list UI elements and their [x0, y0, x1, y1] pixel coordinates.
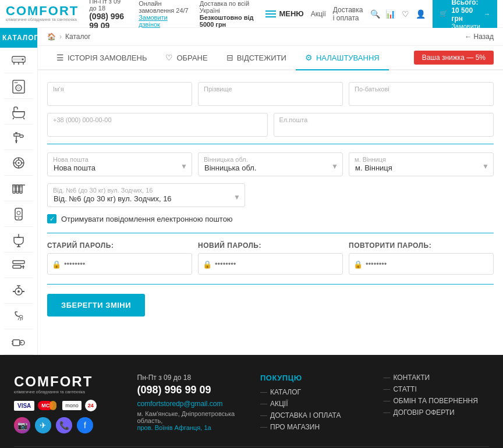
viber-icon[interactable]: 📞 — [56, 417, 72, 433]
footer-content: COMFORT кліматичне обладнання та сантехн… — [14, 374, 489, 435]
region-label: Вінницька обл. — [204, 156, 248, 163]
sidebar-item-bathtub[interactable] — [4, 99, 33, 125]
footer-link-articles[interactable]: СТАТТІ — [384, 385, 490, 393]
back-button[interactable]: ← Назад — [465, 33, 494, 41]
sidebar-item-boiler[interactable] — [4, 201, 33, 227]
breadcrumb-current: Каталог — [65, 33, 91, 41]
catalog-label: КАТАЛОГ — [2, 34, 38, 42]
footer-link-promo[interactable]: АКЦІЇ — [260, 400, 366, 408]
pay24-icon: 24 — [85, 400, 97, 411]
footer-logo-sub: кліматичне обладнання та сантехніка — [14, 390, 120, 394]
save-button[interactable]: ЗБЕРЕГТИ ЗМІНИ — [47, 294, 145, 317]
branch-group: Від. №6 (до 30 кг) вул. Зодчих, 16 Від. … — [47, 183, 245, 207]
breadcrumb-home[interactable]: 🏠 — [47, 33, 56, 41]
mastercard-icon: MC — [38, 401, 53, 410]
catalog-button[interactable]: КАТАЛОГ — [0, 28, 37, 48]
first-name-group: Ім'я — [47, 82, 192, 106]
pipes-icon — [10, 257, 27, 273]
shower-icon — [10, 308, 27, 325]
footer-payments: VISA MC mono 24 — [14, 400, 120, 411]
footer-email[interactable]: comfortstoredp@gmail.com — [137, 400, 243, 408]
settings-form: Ім'я Прізвище По-батькові +38 (000) 000-… — [38, 70, 503, 328]
mono-icon: mono — [62, 401, 82, 410]
sidebar-item-valve[interactable] — [4, 278, 33, 304]
first-name-input[interactable] — [47, 82, 192, 106]
main-layout: КАТАЛОГ — [0, 28, 503, 355]
sidebar-item-ac[interactable] — [4, 48, 33, 73]
menu-button[interactable]: МЕНЮ — [265, 9, 303, 18]
svg-point-7 — [16, 85, 22, 91]
delivery-free: Безкоштовно від 5000 грн — [200, 14, 256, 28]
valve-icon — [10, 283, 27, 299]
tab-track[interactable]: ⊟ ВІДСТЕЖИТИ — [217, 46, 296, 70]
footer-link-about[interactable]: ПРО МАГАЗИН — [260, 423, 366, 431]
sidebar-item-filter[interactable] — [4, 150, 33, 176]
new-password-input[interactable] — [198, 253, 343, 275]
main-content: 🏠 › Каталог ← Назад ☰ ІСТОРІЯ ЗАМОВЛЕНЬ … — [38, 28, 503, 355]
breadcrumb-separator: › — [59, 33, 62, 41]
confirm-password-wrap: 🔒 — [349, 253, 494, 275]
svg-point-35 — [18, 218, 19, 219]
history-tab-icon: ☰ — [56, 53, 64, 62]
promo-link[interactable]: Акції — [311, 10, 326, 18]
telegram-icon[interactable]: ✈ — [35, 417, 51, 433]
boiler-icon — [10, 206, 27, 222]
callback-link[interactable]: Замовити дзвінок — [139, 14, 189, 28]
stats-icon[interactable]: 📊 — [385, 9, 395, 19]
wishlist-icon[interactable]: ♡ — [400, 9, 410, 19]
account-icon[interactable]: 👤 — [415, 9, 426, 19]
svg-line-11 — [13, 118, 14, 119]
sidebar-item-radiator[interactable] — [4, 176, 33, 201]
footer-link-catalog[interactable]: КАТАЛОГ — [260, 388, 366, 396]
delivery-pay-link[interactable]: Доставка і оплата — [333, 6, 363, 22]
city-label: м. Вінниця — [355, 156, 386, 163]
delivery-label: Доставка по всій Україні — [200, 0, 256, 14]
notify-checkbox[interactable] — [47, 214, 56, 223]
sidebar-item-sink[interactable] — [4, 227, 33, 253]
pump-icon — [10, 334, 27, 350]
old-password-input[interactable] — [47, 253, 192, 275]
last-name-label: Прізвище — [204, 86, 232, 93]
sidebar-item-pipes[interactable] — [4, 253, 33, 278]
footer-logo-text: COMFORT — [14, 374, 120, 390]
instagram-icon[interactable]: 📷 — [14, 417, 30, 433]
confirm-password-label: ПОВТОРИТИ ПАРОЛЬ: — [349, 241, 494, 250]
old-password-wrap: 🔒 — [47, 253, 192, 275]
old-password-label: СТАРИЙ ПАРОЛЬ: — [47, 241, 192, 250]
sidebar-item-faucet[interactable] — [4, 125, 33, 150]
tab-settings[interactable]: ⚙ НАЛАШТУВАННЯ — [296, 46, 389, 70]
confirm-password-input[interactable] — [349, 253, 494, 275]
footer-link-delivery[interactable]: ДОСТАВКА І ОПЛАТА — [260, 411, 366, 419]
back-arrow-icon: ← — [465, 33, 472, 41]
old-password-icon: 🔒 — [52, 259, 61, 268]
logo-sub: кліматичне обладнання та сантехніка — [6, 17, 79, 22]
search-icon[interactable]: 🔍 — [370, 9, 380, 19]
sidebar-item-shower[interactable] — [4, 304, 33, 329]
delivery-service-group: Нова пошта Нова пошта ▼ — [47, 152, 192, 176]
contact-row: +38 (000) 000-00-00 Ел.пошта — [47, 113, 494, 137]
cart-total: Всього: 10 500 грн — [451, 0, 480, 23]
schedule-label: Пн-Пт з 09 до 18 — [89, 0, 128, 12]
tab-history[interactable]: ☰ ІСТОРІЯ ЗАМОВЛЕНЬ — [47, 46, 156, 70]
form-divider-1 — [47, 144, 494, 144]
logo[interactable]: COMFORT кліматичне обладнання та сантехн… — [6, 5, 79, 22]
footer-link-offer[interactable]: ДОГОВІР ОФЕРТИ — [384, 408, 490, 417]
radiator-icon — [10, 180, 27, 197]
footer-shopping-col: ПОКУПЦЮ КАТАЛОГ АКЦІЇ ДОСТАВКА І ОПЛАТА … — [260, 374, 366, 435]
footer-link-contacts[interactable]: КОНТАКТИ — [384, 374, 490, 382]
sidebar-item-pump[interactable] — [4, 329, 33, 355]
phone-group: +38 (000) 000-00-00 — [47, 113, 268, 137]
svg-line-54 — [22, 318, 23, 320]
tab-wishlist[interactable]: ♡ ОБРАНЕ — [156, 46, 217, 70]
notify-label: Отримувати повідомлення електронною пошт… — [61, 215, 233, 223]
sidebar-item-washer[interactable] — [4, 73, 33, 99]
logo-text: COMFORT — [6, 5, 79, 17]
footer-address-city: м. Кам'янське, Дніпропетровська область, — [137, 410, 235, 424]
filter-icon — [10, 155, 27, 171]
footer-address-link[interactable]: пров. Воїнів Афганця, 1а — [137, 424, 211, 431]
delivery-row: Нова пошта Нова пошта ▼ Вінницька обл. В… — [47, 152, 494, 176]
ac-icon — [10, 52, 27, 69]
footer-link-returns[interactable]: ОБМІН ТА ПОВЕРНЕННЯ — [384, 397, 490, 405]
footer-info-links-col: КОНТАКТИ СТАТТІ ОБМІН ТА ПОВЕРНЕННЯ ДОГО… — [384, 374, 490, 435]
facebook-icon[interactable]: f — [77, 417, 93, 433]
